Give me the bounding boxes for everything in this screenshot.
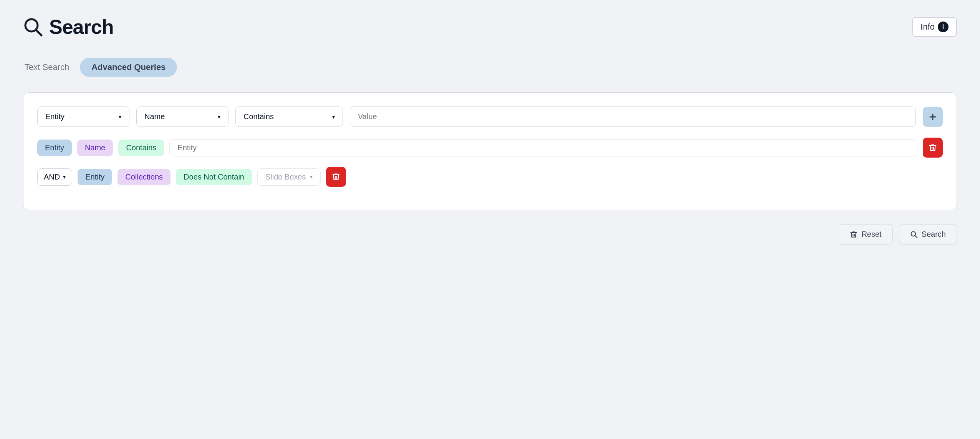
- entity-select[interactable]: Entity ▾: [37, 106, 129, 127]
- add-condition-button[interactable]: [923, 107, 943, 127]
- and-label: AND: [44, 173, 60, 181]
- value-input[interactable]: [350, 106, 916, 127]
- condition-row-1: Entity Name Contains: [37, 138, 943, 158]
- name-select[interactable]: Name ▾: [136, 106, 228, 127]
- search-execute-button[interactable]: Search: [899, 224, 957, 244]
- trash-icon-1: [929, 143, 937, 152]
- condition2-delete-button[interactable]: [326, 167, 346, 187]
- query-row-top: Entity ▾ Name ▾ Contains ▾: [37, 106, 943, 127]
- page-title-area: Search: [23, 15, 113, 38]
- tab-text-search[interactable]: Text Search: [23, 59, 71, 75]
- name-chevron-icon: ▾: [218, 114, 220, 120]
- and-chevron-icon: ▾: [63, 174, 66, 180]
- condition1-delete-button[interactable]: [923, 138, 943, 158]
- reset-label: Reset: [861, 230, 881, 239]
- name-select-label: Name: [144, 112, 165, 121]
- condition1-value-input[interactable]: [169, 139, 917, 156]
- plus-icon: [928, 112, 937, 121]
- actions-row: Reset Search: [23, 224, 957, 244]
- info-label: Info: [920, 22, 935, 32]
- entity-chevron-icon: ▾: [119, 114, 121, 120]
- search-icon-large: [23, 17, 43, 37]
- tabs-area: Text Search Advanced Queries: [23, 58, 957, 77]
- search-label: Search: [922, 230, 946, 239]
- page-header: Search Info i: [23, 15, 957, 38]
- tab-advanced-queries[interactable]: Advanced Queries: [80, 58, 177, 77]
- contains-select-label: Contains: [243, 112, 274, 121]
- svg-line-1: [36, 30, 41, 35]
- condition1-name-tag: Name: [77, 140, 113, 156]
- contains-chevron-icon: ▾: [332, 114, 335, 120]
- trash-icon-2: [332, 173, 340, 181]
- slide-boxes-chevron-icon: ▾: [310, 174, 313, 180]
- reset-button[interactable]: Reset: [839, 224, 892, 244]
- page-title: Search: [49, 15, 113, 38]
- condition2-collections-tag: Collections: [118, 169, 171, 185]
- condition2-does-not-contain-tag: Does Not Contain: [176, 169, 252, 185]
- svg-line-5: [915, 235, 917, 237]
- condition2-entity-tag: Entity: [78, 169, 112, 185]
- search-button-icon: [910, 231, 918, 238]
- entity-select-label: Entity: [45, 112, 65, 121]
- condition1-entity-tag: Entity: [37, 140, 72, 156]
- slide-boxes-label: Slide Boxes: [265, 173, 306, 181]
- condition2-value-dropdown[interactable]: Slide Boxes ▾: [257, 168, 321, 186]
- condition-row-2: AND ▾ Entity Collections Does Not Contai…: [37, 167, 943, 187]
- reset-trash-icon: [850, 231, 858, 238]
- info-button[interactable]: Info i: [912, 17, 957, 37]
- and-dropdown[interactable]: AND ▾: [37, 168, 72, 186]
- condition1-contains-tag: Contains: [118, 140, 164, 156]
- info-icon: i: [938, 22, 949, 32]
- query-builder-card: Entity ▾ Name ▾ Contains ▾ Entity Name C…: [23, 92, 957, 210]
- contains-select[interactable]: Contains ▾: [235, 106, 343, 127]
